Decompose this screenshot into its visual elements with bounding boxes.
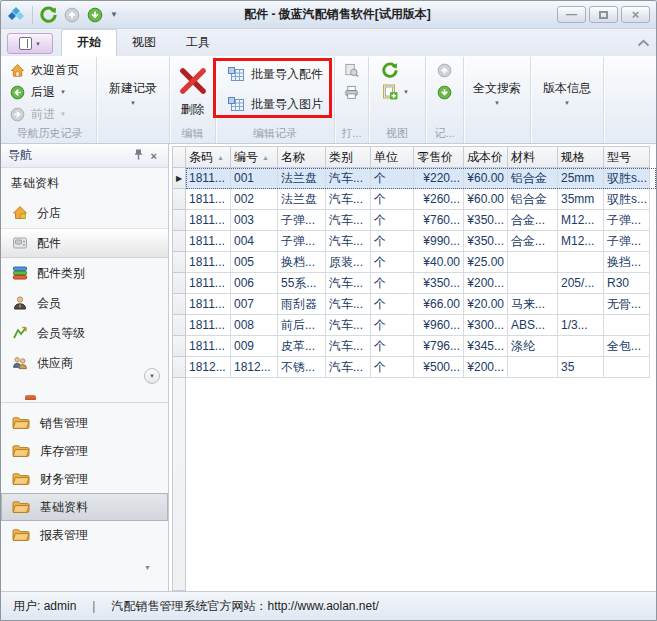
ribbon-group-view: ▼ 视图 (369, 57, 426, 143)
delete-x-icon (178, 67, 208, 98)
nav-up-icon[interactable] (64, 7, 80, 23)
version-info-button[interactable]: 版本信息 ▼ (533, 59, 601, 126)
row-indicator-strip (172, 378, 186, 591)
table-cell (558, 294, 604, 315)
table-cell: 个 (371, 273, 414, 294)
table-cell: 全包... (604, 336, 650, 357)
nav-down-icon[interactable] (87, 7, 103, 23)
table-cell: 1811... (186, 189, 231, 210)
layout-view-button[interactable]: ▼ (377, 81, 423, 103)
row-indicator (172, 315, 186, 336)
print-button[interactable] (339, 81, 364, 103)
folder-icon (11, 472, 31, 486)
table-row-3[interactable]: 1811...004子弹...汽车...个¥990...¥350...合金...… (172, 231, 656, 252)
column-header-2[interactable]: 名称 (278, 146, 326, 168)
table-cell: 007 (231, 294, 278, 315)
row-indicator (172, 189, 186, 210)
refresh-view-button[interactable] (377, 59, 423, 81)
table-cell: 1811... (186, 252, 231, 273)
column-header-4[interactable]: 单位 (371, 146, 414, 168)
qat-dropdown-icon[interactable]: ▼ (110, 11, 118, 19)
back-button[interactable]: 后退 ▼ (5, 81, 94, 103)
batch-import-images-button[interactable]: 批量导入图片 (228, 92, 332, 117)
tab-tools[interactable]: 工具 (171, 30, 225, 56)
column-header-5[interactable]: 零售价 (414, 146, 464, 168)
app-logo-icon (7, 6, 25, 24)
print-preview-button[interactable] (339, 59, 364, 81)
table-cell: 法兰盘 (278, 168, 326, 189)
title-bar: ▼ 配件 - 傲蓝汽配销售软件[试用版本] — × (1, 1, 656, 29)
refresh-icon[interactable] (40, 6, 57, 23)
table-row-9[interactable]: 1812...1812...不锈...汽车...个¥500...¥200...3… (172, 357, 656, 378)
status-website: 汽配销售管理系统官方网站：http://www.aolan.net/ (111, 598, 378, 615)
sidebar-items-host: 分店配件配件类别会员会员等级供应商 (1, 198, 168, 378)
main-panel: 条码▲编号▲名称类别单位零售价成本价材料规格型号 ▶1811...001法兰盘汽… (169, 144, 656, 591)
column-header-7[interactable]: 材料 (508, 146, 558, 168)
table-row-5[interactable]: 1811...00655系...汽车...个¥350...¥200...205/… (172, 273, 656, 294)
sidebar-item-4[interactable]: 会员等级 (1, 318, 168, 348)
column-header-9[interactable]: 型号 (604, 146, 650, 168)
table-row-1[interactable]: 1811...002法兰盘汽车...个¥260...¥60.00铝合金35mm驭… (172, 189, 656, 210)
column-header-6[interactable]: 成本价 (464, 146, 508, 168)
group-label-version (533, 126, 601, 143)
column-header-label: 编号 (234, 149, 258, 166)
forward-button[interactable]: 前进 ▼ (5, 103, 94, 125)
tab-view[interactable]: 视图 (117, 30, 171, 56)
minimize-button[interactable]: — (557, 6, 586, 23)
table-cell: 不锈... (278, 357, 326, 378)
chevron-down-icon[interactable]: ▼ (403, 89, 409, 95)
sidebar-folder-0[interactable]: 销售管理 (1, 409, 168, 437)
chevron-down-icon[interactable]: ▼ (60, 89, 66, 95)
group-label-record: 记... (428, 126, 461, 143)
welcome-home-button[interactable]: 欢迎首页 (5, 59, 94, 81)
sidebar-item-2[interactable]: 配件类别 (1, 258, 168, 288)
column-header-8[interactable]: 规格 (558, 146, 604, 168)
nav-scroll-down-button[interactable]: ▼ (144, 368, 160, 384)
application-menu-button[interactable]: ▼ (7, 33, 53, 54)
column-header-1[interactable]: 编号▲ (231, 146, 278, 168)
close-icon[interactable]: × (147, 150, 161, 162)
sidebar-folder-4[interactable]: 报表管理 (1, 521, 168, 549)
column-header-3[interactable]: 类别 (326, 146, 371, 168)
refresh-icon (381, 62, 398, 78)
ribbon-collapse-button[interactable] (637, 36, 650, 50)
close-button[interactable]: × (621, 6, 650, 23)
sidebar-item-1[interactable]: 配件 (1, 228, 168, 258)
column-header-label: 零售价 (417, 149, 453, 166)
new-record-button[interactable]: 新建记录 ▼ (99, 59, 167, 126)
sidebar-overflow-button[interactable]: ▼ (144, 564, 151, 571)
row-indicator (172, 273, 186, 294)
column-header-0[interactable]: 条码▲ (186, 146, 231, 168)
delete-button[interactable]: 删除 (172, 59, 213, 126)
table-row-0[interactable]: ▶1811...001法兰盘汽车...个¥220...¥60.00铝合金25mm… (172, 168, 656, 189)
table-cell: 汽车... (326, 336, 371, 357)
table-row-4[interactable]: 1811...005换档...原装...个¥40.00¥25.00换挡... (172, 252, 656, 273)
table-row-7[interactable]: 1811...008前后...汽车...个¥960...¥300...ABS..… (172, 315, 656, 336)
table-row-8[interactable]: 1811...009皮革...汽车...个¥796...¥345...涤纶全包.… (172, 336, 656, 357)
table-row-6[interactable]: 1811...007雨刮器汽车...个¥66.00¥20.00马来...无骨..… (172, 294, 656, 315)
record-up-button[interactable] (432, 59, 457, 81)
sidebar-item-3[interactable]: 会员 (1, 288, 168, 318)
pin-icon[interactable] (130, 149, 147, 162)
sidebar-folder-1[interactable]: 库存管理 (1, 437, 168, 465)
tab-start[interactable]: 开始 (61, 29, 117, 56)
record-up-icon (436, 63, 453, 78)
table-row-2[interactable]: 1811...003子弹...汽车...个¥760...¥350...合金...… (172, 210, 656, 231)
sidebar-item-0[interactable]: 分店 (1, 198, 168, 228)
chevron-down-icon: ▼ (130, 100, 136, 106)
sidebar-item-label: 分店 (37, 205, 61, 222)
table-cell: 换档... (278, 252, 326, 273)
sidebar-item-5[interactable]: 供应商 (1, 348, 168, 378)
sidebar-folder-2[interactable]: 财务管理 (1, 465, 168, 493)
row-indicator (172, 294, 186, 315)
maximize-button[interactable] (589, 6, 618, 23)
group-label-nav-history: 导航历史记录 (5, 126, 94, 143)
sidebar-folder-3[interactable]: 基础资料 (1, 493, 168, 521)
record-down-button[interactable] (432, 81, 457, 103)
batch-import-parts-button[interactable]: 批量导入配件 (228, 62, 332, 87)
full-text-search-button[interactable]: 全文搜索 ▼ (466, 59, 528, 126)
table-cell: ¥25.00 (464, 252, 508, 273)
branch-home-icon (11, 205, 28, 221)
table-cell: M12... (558, 231, 604, 252)
batch-import-parts-label: 批量导入配件 (251, 66, 323, 83)
